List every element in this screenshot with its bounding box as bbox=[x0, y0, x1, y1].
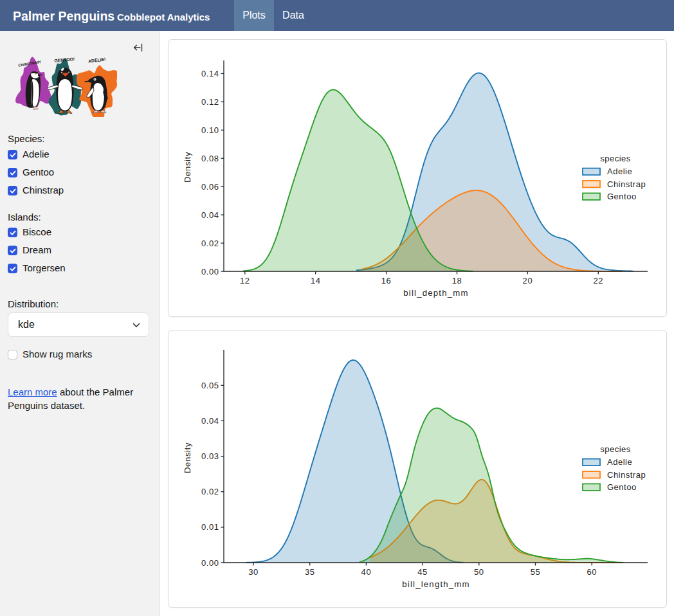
svg-text:Density: Density bbox=[183, 152, 192, 183]
svg-text:0.10: 0.10 bbox=[201, 125, 219, 135]
svg-text:0.02: 0.02 bbox=[201, 239, 219, 248]
svg-text:species: species bbox=[600, 444, 631, 454]
svg-text:0.04: 0.04 bbox=[201, 210, 219, 220]
svg-text:0.00: 0.00 bbox=[201, 267, 219, 276]
svg-text:18: 18 bbox=[452, 276, 462, 285]
svg-text:0.05: 0.05 bbox=[201, 381, 219, 390]
svg-text:0.03: 0.03 bbox=[201, 451, 219, 461]
svg-text:0.01: 0.01 bbox=[201, 522, 219, 532]
svg-text:Chinstrap: Chinstrap bbox=[607, 470, 646, 480]
svg-text:0.04: 0.04 bbox=[201, 416, 219, 426]
svg-text:ADĒLIE!: ADĒLIE! bbox=[88, 57, 106, 63]
svg-text:0.12: 0.12 bbox=[201, 97, 219, 107]
svg-text:14: 14 bbox=[311, 276, 321, 285]
svg-text:0.02: 0.02 bbox=[201, 487, 219, 496]
svg-text:30: 30 bbox=[248, 567, 259, 577]
svg-text:0.08: 0.08 bbox=[201, 154, 219, 163]
svg-text:0.00: 0.00 bbox=[201, 558, 219, 568]
svg-text:Density: Density bbox=[183, 442, 192, 473]
svg-text:Adelie: Adelie bbox=[607, 457, 632, 467]
svg-text:35: 35 bbox=[305, 567, 315, 577]
svg-text:Gentoo: Gentoo bbox=[607, 192, 637, 201]
svg-text:Gentoo: Gentoo bbox=[607, 482, 637, 492]
svg-text:Adelie: Adelie bbox=[607, 167, 632, 176]
svg-text:50: 50 bbox=[474, 567, 484, 577]
svg-text:16: 16 bbox=[381, 276, 392, 285]
svg-text:45: 45 bbox=[417, 567, 428, 577]
svg-text:0.06: 0.06 bbox=[201, 182, 219, 192]
svg-text:bill_depth_mm: bill_depth_mm bbox=[403, 288, 468, 298]
svg-text:species: species bbox=[600, 154, 631, 163]
svg-text:22: 22 bbox=[594, 276, 604, 285]
svg-text:12: 12 bbox=[240, 276, 250, 285]
svg-text:55: 55 bbox=[531, 567, 541, 577]
svg-text:bill_length_mm: bill_length_mm bbox=[402, 579, 470, 589]
svg-text:20: 20 bbox=[523, 276, 533, 285]
svg-text:0.14: 0.14 bbox=[201, 69, 219, 78]
svg-text:60: 60 bbox=[587, 567, 597, 577]
svg-text:Chinstrap: Chinstrap bbox=[607, 179, 646, 189]
svg-text:GENTOO!: GENTOO! bbox=[54, 57, 75, 63]
svg-text:40: 40 bbox=[361, 567, 372, 577]
